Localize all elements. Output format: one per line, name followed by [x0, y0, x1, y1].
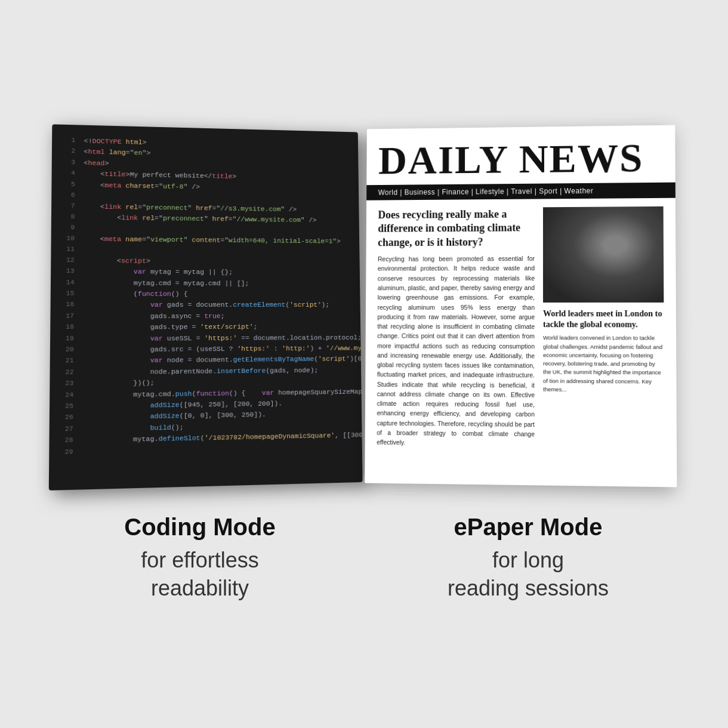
epaper-mode-label-block: ePaper Mode for longreading sessions: [364, 514, 692, 603]
line-number: 5: [61, 179, 75, 190]
article-headline: Does recycling really make a difference …: [378, 207, 535, 249]
labels-row: Coding Mode for effortlessreadability eP…: [36, 514, 692, 603]
newspaper-body: Does recycling really make a difference …: [365, 198, 677, 458]
line-number: 2: [61, 146, 75, 157]
line-number: 27: [59, 424, 73, 435]
code-content: var useSSL = 'https:' == document.locati…: [82, 332, 362, 344]
line-number: 23: [60, 378, 73, 389]
code-line: 19 var useSSL = 'https:' == document.loc…: [60, 332, 351, 344]
newspaper-title: DAILY NEWS: [378, 137, 664, 180]
code-content: <meta charset="utf-8" />: [84, 179, 200, 192]
screens-row: 1 <!DOCTYPE html> 2 <html lang="en"> 3 <…: [36, 126, 692, 484]
line-number: 26: [60, 412, 73, 424]
second-article-headline: World leaders meet in London to tackle t…: [543, 309, 664, 331]
code-content: <meta name="viewport" content="width=640…: [83, 233, 340, 246]
code-content: <!DOCTYPE html>: [84, 135, 146, 148]
article-body: Recycling has long been promoted as esse…: [377, 254, 535, 449]
epaper-mode-subtitle: for longreading sessions: [364, 547, 692, 603]
code-line: 15 (function() {: [60, 288, 351, 300]
code-content: var gads = document.createElement('scrip…: [83, 300, 330, 311]
line-number: 6: [61, 190, 75, 200]
line-number: 18: [60, 322, 74, 333]
line-number: 19: [60, 333, 74, 344]
line-number: 21: [60, 356, 73, 366]
news-image-inner: [543, 206, 664, 303]
main-container: 1 <!DOCTYPE html> 2 <html lang="en"> 3 <…: [0, 90, 728, 638]
code-line: 16 var gads = document.createElement('sc…: [60, 300, 351, 311]
code-line: 18 gads.type = 'text/script';: [60, 321, 351, 333]
line-number: 11: [61, 244, 75, 255]
coding-screen: 1 <!DOCTYPE html> 2 <html lang="en"> 3 <…: [49, 124, 363, 491]
line-number: 25: [60, 401, 73, 412]
line-number: 22: [60, 367, 73, 378]
coding-mode-title: Coding Mode: [36, 514, 364, 541]
line-number: 3: [61, 157, 75, 168]
line-number: 16: [60, 300, 74, 310]
code-line: 17 gads.async = true;: [60, 310, 351, 322]
coding-mode-subtitle: for effortlessreadability: [36, 547, 364, 603]
newspaper-nav: World | Business | Finance | Lifestyle |…: [366, 182, 675, 200]
code-content: })();: [82, 377, 155, 389]
newspaper-screen: DAILY NEWS World | Business | Finance | …: [365, 125, 677, 487]
line-number: 17: [60, 311, 74, 322]
line-number: 1: [62, 135, 76, 146]
line-number: 15: [60, 288, 74, 299]
line-number: 28: [59, 435, 73, 446]
line-number: 8: [61, 211, 75, 222]
line-number: 12: [61, 255, 75, 266]
line-number: 14: [61, 277, 75, 288]
line-number: 7: [61, 200, 75, 211]
line-number: 20: [60, 344, 74, 355]
code-content: node.parentNode.insertBefore(gads, node)…: [82, 365, 318, 378]
epaper-mode-title: ePaper Mode: [364, 514, 692, 541]
code-content: var mytag = mytag || {};: [83, 266, 233, 278]
code-content: <html lang="en">: [84, 146, 150, 159]
code-line: 12 <script>: [61, 255, 351, 267]
code-content: (function() {: [83, 288, 188, 300]
code-content: <script>: [83, 255, 150, 266]
line-number: 9: [61, 223, 75, 233]
newspaper-header: DAILY NEWS: [366, 125, 675, 180]
line-number: 29: [59, 446, 73, 458]
code-line: 14 mytag.cmd = mytag.cmd || [];: [61, 277, 351, 289]
code-line: 13 var mytag = mytag || {};: [61, 266, 351, 279]
coding-mode-label-block: Coding Mode for effortlessreadability: [36, 514, 364, 603]
newspaper-left: Does recycling really make a difference …: [377, 207, 535, 449]
line-number: 10: [61, 233, 75, 244]
second-article-body: World leaders convened in London to tack…: [543, 334, 664, 394]
code-content: var node = document.getElementsByTagName…: [82, 353, 363, 366]
news-image: [543, 206, 664, 303]
code-content: mytag.cmd = mytag.cmd || [];: [83, 277, 249, 289]
line-number: 4: [61, 168, 75, 178]
newspaper-right: World leaders meet in London to tackle t…: [543, 206, 665, 450]
code-content: gads.type = 'text/script';: [82, 322, 257, 334]
line-number: 13: [61, 266, 75, 277]
code-content: <head>: [84, 158, 109, 169]
line-number: 24: [60, 390, 73, 400]
code-content: gads.async = true;: [82, 311, 224, 322]
